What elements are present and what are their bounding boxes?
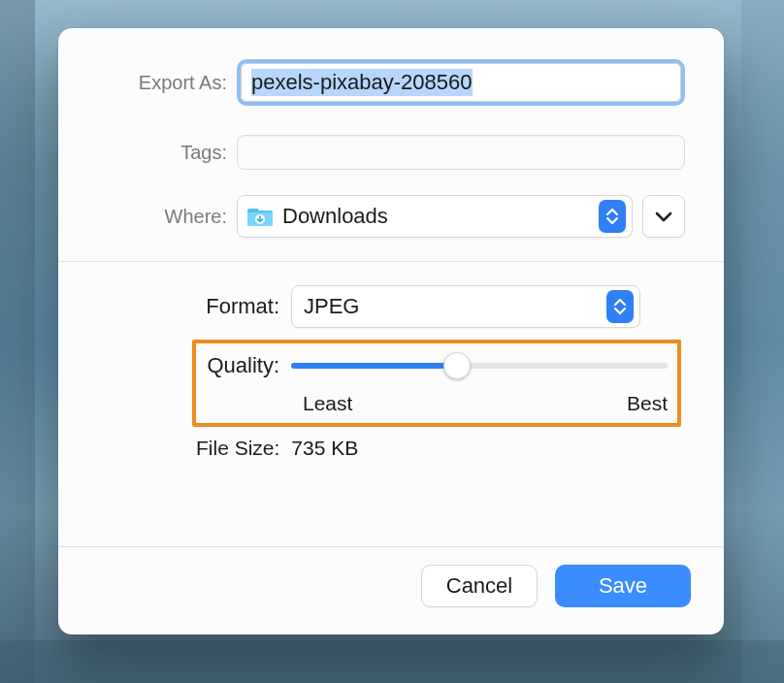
format-stepper-icon [606, 290, 634, 323]
dialog-footer: Cancel Save [58, 546, 724, 634]
export-as-row: Export As: pexels-pixabay-208560 [97, 59, 685, 106]
cancel-button-label: Cancel [446, 573, 512, 599]
chevron-down-icon [655, 211, 672, 222]
quality-label: Quality: [202, 353, 291, 378]
where-stepper-icon [599, 200, 626, 233]
tags-label: Tags: [97, 142, 237, 164]
downloads-folder-icon [247, 206, 273, 227]
export-top-section: Export As: pexels-pixabay-208560 Tags: W… [58, 28, 724, 261]
slider-track-fill [291, 363, 457, 369]
quality-least-label: Least [303, 392, 352, 415]
format-value: JPEG [304, 294, 606, 319]
where-row: Where: Downloads [97, 195, 685, 238]
where-folder-name: Downloads [282, 204, 589, 229]
export-as-value: pexels-pixabay-208560 [251, 69, 473, 96]
tags-input[interactable] [237, 135, 685, 170]
quality-row: Quality: [202, 349, 668, 382]
quality-best-label: Best [627, 392, 668, 415]
filesize-row: File Size: 735 KB [97, 437, 685, 460]
format-popup[interactable]: JPEG [291, 285, 640, 328]
quality-scale-row: Least Best [202, 392, 668, 415]
tags-row: Tags: [97, 135, 685, 170]
export-as-input[interactable]: pexels-pixabay-208560 [241, 63, 681, 102]
slider-thumb[interactable] [443, 352, 471, 379]
expand-location-button[interactable] [642, 195, 685, 238]
format-row: Format: JPEG [97, 285, 685, 328]
export-dialog: Export As: pexels-pixabay-208560 Tags: W… [58, 28, 724, 634]
where-popup[interactable]: Downloads [237, 195, 633, 238]
export-options-section: Format: JPEG Quality: Least [58, 262, 724, 468]
quality-highlight-box: Quality: Least Best [192, 340, 681, 427]
cancel-button[interactable]: Cancel [421, 565, 538, 607]
where-label: Where: [97, 206, 237, 228]
save-button-label: Save [599, 573, 647, 599]
format-label: Format: [97, 294, 291, 319]
export-as-label: Export As: [97, 72, 237, 94]
quality-slider[interactable] [291, 352, 668, 379]
filesize-label: File Size: [196, 437, 279, 460]
export-as-focus-ring: pexels-pixabay-208560 [237, 59, 685, 106]
save-button[interactable]: Save [555, 565, 691, 607]
filesize-value: 735 KB [291, 437, 358, 460]
